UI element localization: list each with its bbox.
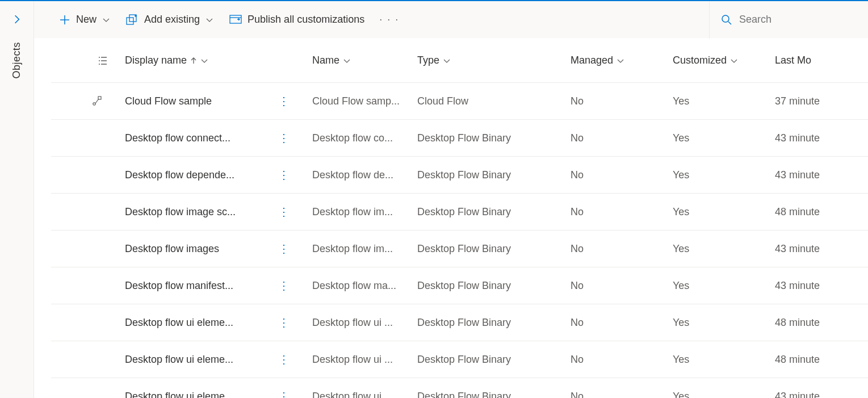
column-header-managed[interactable]: Managed xyxy=(571,55,673,66)
customized-cell: Yes xyxy=(673,132,775,144)
table-row[interactable]: Desktop flow ui eleme...⋮Desktop flow ui… xyxy=(51,378,868,398)
search-input[interactable] xyxy=(739,14,841,26)
vertical-ellipsis-icon: ⋮ xyxy=(278,389,290,398)
new-label: New xyxy=(76,14,97,26)
name-cell: Desktop flow de... xyxy=(312,169,417,181)
name-cell: Desktop flow im... xyxy=(312,243,417,255)
managed-cell: No xyxy=(571,169,673,181)
table: Display name Name Type xyxy=(34,39,868,398)
table-row[interactable]: Desktop flow ui eleme...⋮Desktop flow ui… xyxy=(51,304,868,341)
column-label: Name xyxy=(312,55,339,66)
vertical-ellipsis-icon: ⋮ xyxy=(278,205,290,219)
column-header-customized[interactable]: Customized xyxy=(673,55,775,66)
vertical-ellipsis-icon: ⋮ xyxy=(278,242,290,255)
table-header: Display name Name Type xyxy=(51,39,868,83)
name-cell: Desktop flow ui ... xyxy=(312,317,417,329)
customized-cell: Yes xyxy=(673,280,775,292)
customized-cell: Yes xyxy=(673,243,775,255)
vertical-ellipsis-icon: ⋮ xyxy=(278,168,290,182)
publish-icon xyxy=(229,15,242,25)
publish-label: Publish all customizations xyxy=(248,14,364,26)
column-header-last-modified[interactable]: Last Mo xyxy=(775,55,868,66)
chevron-down-icon xyxy=(200,57,208,65)
row-more-button[interactable]: ⋮ xyxy=(272,205,295,219)
svg-rect-0 xyxy=(127,18,133,24)
row-more-button[interactable]: ⋮ xyxy=(272,94,295,108)
rail-label[interactable]: Objects xyxy=(11,42,23,79)
type-cell: Desktop Flow Binary xyxy=(417,169,571,181)
chevron-right-icon xyxy=(12,14,22,24)
publish-button[interactable]: Publish all customizations xyxy=(221,9,372,30)
display-name-cell[interactable]: Desktop flow manifest... xyxy=(108,280,272,292)
svg-point-3 xyxy=(722,15,729,22)
last-modified-cell: 43 minute xyxy=(775,243,868,255)
display-name-cell[interactable]: Cloud Flow sample xyxy=(108,95,272,107)
last-modified-cell: 43 minute xyxy=(775,132,868,144)
type-cell: Desktop Flow Binary xyxy=(417,280,571,292)
customized-cell: Yes xyxy=(673,169,775,181)
type-cell: Desktop Flow Binary xyxy=(417,206,571,218)
name-cell: Desktop flow ma... xyxy=(312,280,417,292)
row-type-icon xyxy=(51,96,108,106)
vertical-ellipsis-icon: ⋮ xyxy=(278,316,290,329)
display-name-cell[interactable]: Desktop flow connect... xyxy=(108,132,272,144)
table-row[interactable]: Desktop flow manifest...⋮Desktop flow ma… xyxy=(51,267,868,304)
table-row[interactable]: Desktop flow images⋮Desktop flow im...De… xyxy=(51,231,868,267)
flow-icon xyxy=(92,96,102,106)
name-cell: Desktop flow ui ... xyxy=(312,354,417,366)
type-cell: Desktop Flow Binary xyxy=(417,391,571,399)
row-more-button[interactable]: ⋮ xyxy=(272,353,295,366)
last-modified-cell: 48 minute xyxy=(775,206,868,218)
display-name-cell[interactable]: Desktop flow depende... xyxy=(108,169,272,181)
more-commands-button[interactable]: · · · xyxy=(372,9,406,30)
search-box[interactable] xyxy=(709,1,857,39)
table-row[interactable]: Desktop flow image sc...⋮Desktop flow im… xyxy=(51,194,868,231)
row-more-button[interactable]: ⋮ xyxy=(272,168,295,182)
row-more-button[interactable]: ⋮ xyxy=(272,131,295,145)
svg-point-4 xyxy=(93,103,95,105)
vertical-ellipsis-icon: ⋮ xyxy=(278,131,290,145)
command-bar: New Add existing Publish all customiza xyxy=(34,1,868,39)
row-more-button[interactable]: ⋮ xyxy=(272,242,295,255)
table-row[interactable]: Cloud Flow sample⋮Cloud Flow samp...Clou… xyxy=(51,83,868,120)
column-header-name[interactable]: Name xyxy=(312,55,417,66)
expand-rail-button[interactable] xyxy=(6,8,28,31)
search-icon xyxy=(721,14,732,26)
add-existing-label: Add existing xyxy=(144,14,200,26)
column-header-type[interactable]: Type xyxy=(417,55,571,66)
customized-cell: Yes xyxy=(673,354,775,366)
chevron-down-icon xyxy=(617,57,624,65)
row-more-button[interactable]: ⋮ xyxy=(272,279,295,292)
customized-cell: Yes xyxy=(673,95,775,107)
last-modified-cell: 43 minute xyxy=(775,391,868,399)
type-cell: Cloud Flow xyxy=(417,95,571,107)
column-header-display-name[interactable]: Display name xyxy=(125,55,312,66)
display-name-cell[interactable]: Desktop flow ui eleme... xyxy=(108,354,272,366)
sort-ascending-icon xyxy=(190,57,197,65)
vertical-ellipsis-icon: ⋮ xyxy=(278,353,290,366)
column-label: Type xyxy=(417,55,439,66)
display-name-cell[interactable]: Desktop flow ui eleme... xyxy=(108,391,272,399)
managed-cell: No xyxy=(571,354,673,366)
chevron-down-icon xyxy=(443,57,451,65)
row-more-button[interactable]: ⋮ xyxy=(272,389,295,398)
table-row[interactable]: Desktop flow connect...⋮Desktop flow co.… xyxy=(51,120,868,157)
display-name-cell[interactable]: Desktop flow image sc... xyxy=(108,206,272,218)
add-existing-button[interactable]: Add existing xyxy=(118,9,221,30)
main-content: New Add existing Publish all customiza xyxy=(34,1,868,398)
customized-cell: Yes xyxy=(673,206,775,218)
managed-cell: No xyxy=(571,243,673,255)
display-name-cell[interactable]: Desktop flow ui eleme... xyxy=(108,317,272,329)
type-cell: Desktop Flow Binary xyxy=(417,243,571,255)
table-row[interactable]: Desktop flow ui eleme...⋮Desktop flow ui… xyxy=(51,341,868,378)
managed-cell: No xyxy=(571,95,673,107)
table-row[interactable]: Desktop flow depende...⋮Desktop flow de.… xyxy=(51,157,868,194)
column-label: Managed xyxy=(571,55,613,66)
list-view-icon[interactable] xyxy=(51,56,125,66)
chevron-down-icon xyxy=(343,57,351,65)
row-more-button[interactable]: ⋮ xyxy=(272,316,295,329)
type-cell: Desktop Flow Binary xyxy=(417,317,571,329)
new-button[interactable]: New xyxy=(51,9,118,30)
name-cell: Desktop flow co... xyxy=(312,132,417,144)
display-name-cell[interactable]: Desktop flow images xyxy=(108,243,272,255)
